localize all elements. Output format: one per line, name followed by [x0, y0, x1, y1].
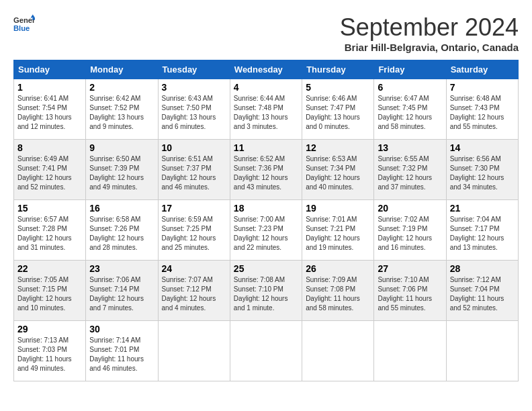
- day-number: 15: [17, 203, 82, 214]
- day-number: 17: [162, 203, 226, 214]
- day-number: 3: [162, 82, 226, 93]
- day-number: 10: [162, 142, 226, 153]
- day-info: Sunrise: 6:46 AMSunset: 7:47 PMDaylight:…: [306, 95, 360, 130]
- day-info: Sunrise: 6:42 AMSunset: 7:52 PMDaylight:…: [89, 95, 144, 130]
- day-number: 18: [234, 203, 298, 214]
- calendar-cell: 21Sunrise: 7:04 AMSunset: 7:17 PMDayligh…: [446, 200, 518, 261]
- day-info: Sunrise: 6:55 AMSunset: 7:32 PMDaylight:…: [378, 155, 432, 191]
- day-number: 6: [378, 82, 442, 93]
- day-info: Sunrise: 6:53 AMSunset: 7:34 PMDaylight:…: [306, 155, 360, 191]
- calendar-cell: 6Sunrise: 6:47 AMSunset: 7:45 PMDaylight…: [374, 79, 446, 140]
- calendar-table: Sunday Monday Tuesday Wednesday Thursday…: [13, 60, 519, 381]
- calendar-cell: 11Sunrise: 6:52 AMSunset: 7:36 PMDayligh…: [230, 140, 302, 200]
- day-info: Sunrise: 6:41 AMSunset: 7:54 PMDaylight:…: [17, 95, 72, 130]
- calendar-cell: 13Sunrise: 6:55 AMSunset: 7:32 PMDayligh…: [374, 140, 446, 200]
- day-info: Sunrise: 7:00 AMSunset: 7:23 PMDaylight:…: [234, 216, 288, 251]
- day-info: Sunrise: 7:10 AMSunset: 7:06 PMDaylight:…: [378, 276, 432, 312]
- calendar-cell: 12Sunrise: 6:53 AMSunset: 7:34 PMDayligh…: [302, 140, 374, 200]
- calendar-cell: 27Sunrise: 7:10 AMSunset: 7:06 PMDayligh…: [374, 261, 446, 321]
- calendar-cell: 19Sunrise: 7:01 AMSunset: 7:21 PMDayligh…: [302, 200, 374, 261]
- day-number: 8: [17, 142, 82, 153]
- calendar-cell: 9Sunrise: 6:50 AMSunset: 7:39 PMDaylight…: [86, 140, 158, 200]
- day-number: 21: [450, 203, 515, 214]
- day-number: 2: [89, 82, 154, 93]
- location-title: Briar Hill-Belgravia, Ontario, Canada: [340, 42, 519, 53]
- month-title: September 2024: [340, 13, 519, 42]
- calendar-cell: [302, 321, 374, 381]
- calendar-cell: 28Sunrise: 7:12 AMSunset: 7:04 PMDayligh…: [446, 261, 518, 321]
- calendar-cell: 10Sunrise: 6:51 AMSunset: 7:37 PMDayligh…: [158, 140, 230, 200]
- calendar-cell: 24Sunrise: 7:07 AMSunset: 7:12 PMDayligh…: [158, 261, 230, 321]
- calendar-week-1: 1Sunrise: 6:41 AMSunset: 7:54 PMDaylight…: [14, 79, 519, 140]
- day-number: 5: [306, 82, 370, 93]
- calendar-cell: 22Sunrise: 7:05 AMSunset: 7:15 PMDayligh…: [14, 261, 86, 321]
- day-number: 27: [378, 263, 442, 274]
- title-section: September 2024 Briar Hill-Belgravia, Ont…: [340, 13, 519, 53]
- day-number: 4: [234, 82, 298, 93]
- day-info: Sunrise: 7:02 AMSunset: 7:19 PMDaylight:…: [378, 216, 432, 251]
- day-number: 13: [378, 142, 442, 153]
- calendar-cell: 5Sunrise: 6:46 AMSunset: 7:47 PMDaylight…: [302, 79, 374, 140]
- day-number: 1: [17, 82, 82, 93]
- col-monday: Monday: [86, 60, 158, 79]
- calendar-week-2: 8Sunrise: 6:49 AMSunset: 7:41 PMDaylight…: [14, 140, 519, 200]
- calendar-cell: 16Sunrise: 6:58 AMSunset: 7:26 PMDayligh…: [86, 200, 158, 261]
- col-sunday: Sunday: [14, 60, 86, 79]
- calendar-cell: 8Sunrise: 6:49 AMSunset: 7:41 PMDaylight…: [14, 140, 86, 200]
- day-info: Sunrise: 7:04 AMSunset: 7:17 PMDaylight:…: [450, 216, 504, 251]
- calendar-cell: 1Sunrise: 6:41 AMSunset: 7:54 PMDaylight…: [14, 79, 86, 140]
- calendar-cell: 26Sunrise: 7:09 AMSunset: 7:08 PMDayligh…: [302, 261, 374, 321]
- day-number: 11: [234, 142, 298, 153]
- day-number: 7: [450, 82, 515, 93]
- day-info: Sunrise: 7:13 AMSunset: 7:03 PMDaylight:…: [17, 336, 72, 372]
- day-number: 26: [306, 263, 370, 274]
- header-row: Sunday Monday Tuesday Wednesday Thursday…: [14, 60, 519, 79]
- calendar-cell: 29Sunrise: 7:13 AMSunset: 7:03 PMDayligh…: [14, 321, 86, 381]
- calendar-cell: [446, 321, 518, 381]
- col-wednesday: Wednesday: [230, 60, 302, 79]
- calendar-cell: 3Sunrise: 6:43 AMSunset: 7:50 PMDaylight…: [158, 79, 230, 140]
- day-number: 14: [450, 142, 515, 153]
- calendar-cell: 20Sunrise: 7:02 AMSunset: 7:19 PMDayligh…: [374, 200, 446, 261]
- day-info: Sunrise: 7:14 AMSunset: 7:01 PMDaylight:…: [89, 336, 144, 372]
- col-tuesday: Tuesday: [158, 60, 230, 79]
- day-info: Sunrise: 6:59 AMSunset: 7:25 PMDaylight:…: [162, 216, 216, 251]
- calendar-week-5: 29Sunrise: 7:13 AMSunset: 7:03 PMDayligh…: [14, 321, 519, 381]
- day-info: Sunrise: 7:05 AMSunset: 7:15 PMDaylight:…: [17, 276, 72, 312]
- day-info: Sunrise: 6:43 AMSunset: 7:50 PMDaylight:…: [162, 95, 216, 130]
- calendar-week-3: 15Sunrise: 6:57 AMSunset: 7:28 PMDayligh…: [14, 200, 519, 261]
- calendar-cell: [230, 321, 302, 381]
- day-info: Sunrise: 6:48 AMSunset: 7:43 PMDaylight:…: [450, 95, 504, 130]
- logo: General Blue: [13, 13, 35, 35]
- day-number: 23: [89, 263, 154, 274]
- day-info: Sunrise: 7:12 AMSunset: 7:04 PMDaylight:…: [450, 276, 504, 312]
- day-number: 12: [306, 142, 370, 153]
- day-number: 30: [89, 324, 154, 334]
- calendar-cell: 18Sunrise: 7:00 AMSunset: 7:23 PMDayligh…: [230, 200, 302, 261]
- day-number: 25: [234, 263, 298, 274]
- day-info: Sunrise: 6:51 AMSunset: 7:37 PMDaylight:…: [162, 155, 216, 191]
- svg-text:Blue: Blue: [13, 24, 30, 32]
- logo-icon: General Blue: [13, 13, 35, 35]
- day-number: 28: [450, 263, 515, 274]
- calendar-cell: [374, 321, 446, 381]
- day-info: Sunrise: 6:52 AMSunset: 7:36 PMDaylight:…: [234, 155, 288, 191]
- calendar-cell: 23Sunrise: 7:06 AMSunset: 7:14 PMDayligh…: [86, 261, 158, 321]
- col-friday: Friday: [374, 60, 446, 79]
- day-info: Sunrise: 7:01 AMSunset: 7:21 PMDaylight:…: [306, 216, 360, 251]
- calendar-cell: 7Sunrise: 6:48 AMSunset: 7:43 PMDaylight…: [446, 79, 518, 140]
- day-info: Sunrise: 7:08 AMSunset: 7:10 PMDaylight:…: [234, 276, 288, 312]
- day-info: Sunrise: 7:06 AMSunset: 7:14 PMDaylight:…: [89, 276, 144, 312]
- day-number: 19: [306, 203, 370, 214]
- day-number: 20: [378, 203, 442, 214]
- day-number: 29: [17, 324, 82, 334]
- day-info: Sunrise: 6:44 AMSunset: 7:48 PMDaylight:…: [234, 95, 288, 130]
- calendar-cell: 17Sunrise: 6:59 AMSunset: 7:25 PMDayligh…: [158, 200, 230, 261]
- calendar-cell: [158, 321, 230, 381]
- day-info: Sunrise: 6:57 AMSunset: 7:28 PMDaylight:…: [17, 216, 72, 251]
- calendar-week-4: 22Sunrise: 7:05 AMSunset: 7:15 PMDayligh…: [14, 261, 519, 321]
- calendar-cell: 4Sunrise: 6:44 AMSunset: 7:48 PMDaylight…: [230, 79, 302, 140]
- calendar-cell: 15Sunrise: 6:57 AMSunset: 7:28 PMDayligh…: [14, 200, 86, 261]
- day-number: 9: [89, 142, 154, 153]
- day-info: Sunrise: 7:09 AMSunset: 7:08 PMDaylight:…: [306, 276, 360, 312]
